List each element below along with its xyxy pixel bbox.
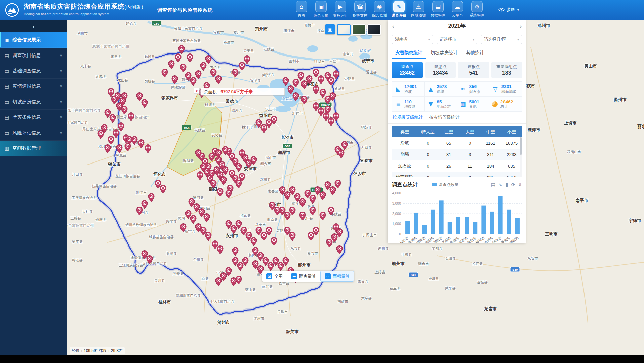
nav-item-command[interactable]: ☎指挥支撑 [350,1,370,18]
map-tool-measure-distance[interactable]: ↔距离量算 [287,271,320,282]
nav-item-big-screen[interactable]: ▣综合大屏 [311,1,331,18]
sidebar-item-risk-assessment[interactable]: ▤风险评估信息∨ [0,125,67,141]
map-label: 长沙市 [281,135,294,140]
download-icon[interactable]: ⇩ [518,182,522,187]
hazard-cell-landslide[interactable]: ◣17601滑坡 [392,82,425,97]
chart-bar[interactable] [456,217,460,234]
nav-item-monitoring[interactable]: ◉综合监测 [370,1,389,18]
nav-item-cloud[interactable]: ☁云平台 [448,1,467,18]
prev-year-button[interactable]: ‹ [392,23,395,30]
map-label: 咸丰县 [80,64,91,68]
tab-slope-housing-stats[interactable]: 切坡建房统计 [427,47,461,59]
chart-bar[interactable] [481,206,486,234]
hazard-cell-debris-flow[interactable]: ≈856泥石流 [457,82,489,97]
map-label: 贺州市 [217,320,230,325]
user-menu[interactable]: 梦图 ▾ [498,7,519,13]
nav-item-region-warning[interactable]: ⚠区域预警 [409,1,428,18]
chart-bar[interactable] [422,225,427,234]
map-label: 黔东南苗族侗族自治州 [67,223,94,227]
chart-bar[interactable] [414,213,418,234]
chart-bar[interactable] [490,212,494,234]
hazard-cell-ground-fissure[interactable]: ≡110地裂缝 [392,97,425,111]
map-label: 桑植县 [144,79,155,83]
nav-item-data-manage[interactable]: ▤数据管理 [428,1,448,18]
table-cell: 0 [417,152,438,157]
database-icon: ▤ [435,4,441,10]
map-label: 萍乡市 [353,171,366,176]
map-tool-full-extent[interactable]: ⊡全图 [262,271,287,282]
map-container: 利川市建始县长阳土家族自治县宜都市枝江市荆州市潜江市仙桃市汉南区恩施土家族苗族自… [67,20,644,355]
layer-switch-button[interactable]: ▣ [325,24,335,34]
stat-card-hidden-danger-points[interactable]: 隐患点18434 [425,62,456,78]
map-label: 来凤县 [95,75,106,79]
other-icon: ▦ [460,101,467,107]
sidebar-item-slope-housing[interactable]: ▤切坡建房信息∨ [0,94,67,110]
coordinates-readout: 经度：109.59° 纬度：29.32° [70,347,125,354]
tab-hazard-stats[interactable]: 灾害隐患统计 [392,47,426,59]
chart-bar[interactable] [515,218,520,234]
sidebar-item-hazard-conditions[interactable]: ▤孕灾条件信息∨ [0,110,67,125]
stat-card-important-points[interactable]: 重要隐患点183 [491,62,522,78]
basemap-thumb-satellite[interactable] [352,24,366,35]
sidebar-item-spatial-data[interactable]: ▥空间数据管理 [0,141,67,156]
sidebar-item-disaster-report[interactable]: ▤灾情速报信息∨ [0,79,67,94]
close-icon[interactable]: × [195,88,198,94]
basemap-thumb-vector[interactable] [337,24,351,35]
report-icon[interactable]: ▤ [491,182,495,187]
sidebar-collapse-button[interactable]: ‹ [0,20,67,32]
chevron-down-icon: ∨ [59,69,62,73]
collapse-icon: ▲ [427,86,434,93]
sidebar-item-basic-survey[interactable]: ▤基础调查信息∨ [0,63,67,79]
nav-item-label: 业务运行 [333,13,348,18]
tab-other-stats[interactable]: 其他统计 [462,47,487,59]
city-select[interactable]: 请选择市▾ [437,35,478,44]
next-year-button[interactable]: › [519,23,522,30]
nav-item-home[interactable]: ⌂首页 [292,1,311,18]
map-label: 永兴县 [290,246,301,250]
app-logo-icon [5,3,19,17]
nav-item-business[interactable]: ▶业务运行 [331,1,350,18]
chart-bar[interactable] [507,210,511,234]
sidebar-item-overview[interactable]: ▣综合信息展示 [0,32,67,48]
basemap-thumb-dark[interactable] [367,24,381,35]
sidebar-item-label: 风险评估信息 [12,130,56,136]
bar-chart-icon[interactable]: ▮ [506,182,508,187]
refresh-icon[interactable]: ⟳ [511,182,515,187]
stat-card-quick-report-points[interactable]: 速报点541 [458,62,489,78]
measure-toolbar: ⊡全图↔距离量算▱面积量算 [262,271,354,282]
map-label: 崇阳县 [344,77,355,81]
hazard-cell-land-subsidence[interactable]: ▼85地面沉降 [425,97,457,111]
province-select[interactable]: 湖南省▾ [392,35,433,44]
nav-item-survey[interactable]: ✎调查评价 [389,1,409,18]
chart-bar[interactable] [498,196,503,234]
line-chart-icon[interactable]: ∿ [498,182,502,187]
hazard-cell-total[interactable]: 28462总计 [489,97,522,111]
map-label: 永州市 [225,233,238,238]
sub-tab-by-scale[interactable]: 按规模等级统计 [393,114,423,123]
chart-bar[interactable] [405,221,410,234]
map-tool-measure-area[interactable]: ▱面积量算 [320,271,354,282]
chart-bar[interactable] [448,222,452,234]
chart-bar[interactable] [473,222,477,234]
map-label: 江华瑶族自治县 [209,299,234,303]
chart-bar[interactable] [465,217,469,234]
hazard-cell-other[interactable]: ▦5001其他 [457,97,489,111]
y-axis-label: 2,000 [392,212,401,216]
map-canvas[interactable]: 利川市建始县长阳土家族自治县宜都市枝江市荆州市潜江市仙桃市汉南区恩施土家族苗族自… [67,20,644,355]
table-scrollbar-thumb[interactable] [520,137,522,155]
sub-tab-by-disaster-level[interactable]: 按灾情等级统计 [429,114,460,123]
table-cell: 635 [501,164,522,169]
hazard-cell-ground-collapse[interactable]: ▽2231地面塌陷 [489,82,522,97]
map-label: 湘乡市 [260,161,271,166]
map-label: 怀化市 [153,172,166,177]
chart-bar[interactable] [431,210,435,234]
county-select[interactable]: 请选择县/区▾ [481,35,522,44]
table-scrollbar[interactable] [520,137,522,177]
hazard-value: 2231 [501,84,516,89]
chart-bar[interactable] [439,200,444,234]
stat-card-survey-points[interactable]: 调查点28462 [392,62,423,78]
nav-item-system[interactable]: ⚙系统管理 [467,1,487,18]
land-subsidence-icon: ▼ [427,101,434,107]
sidebar-item-project-info[interactable]: ▤调查项目信息∨ [0,48,67,63]
hazard-cell-collapse[interactable]: ▲2578崩塌 [425,82,457,97]
